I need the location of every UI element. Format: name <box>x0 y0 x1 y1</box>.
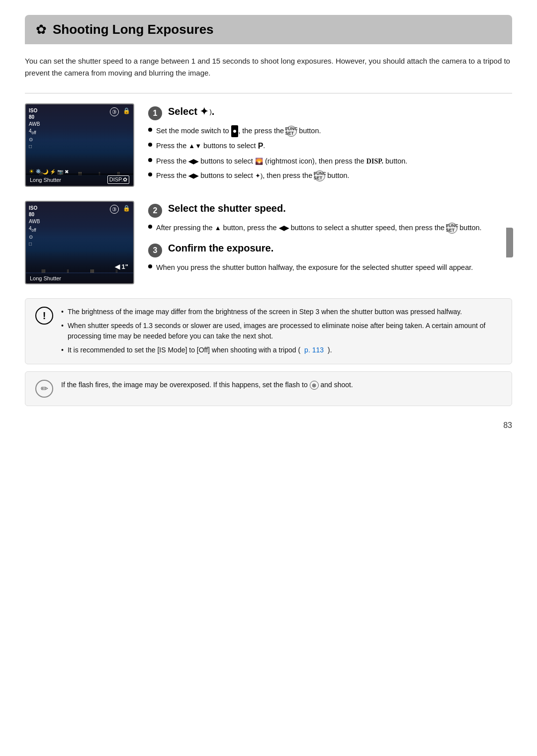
camera-mode-icon: ● <box>231 125 238 137</box>
page-title: Shooting Long Exposures <box>53 22 214 37</box>
p-label: P <box>258 140 264 153</box>
bullet-1-2: Press the ▲▼ buttons to select P. <box>148 140 512 153</box>
page-link[interactable]: p. 113 <box>304 345 324 356</box>
bullet-1-1: Set the mode switch to ●, the press the … <box>148 125 512 137</box>
note-bullet-1: The brightness of the image may differ f… <box>61 307 502 318</box>
cam-bottom-bar-1: Long Shutter DISP.✿ <box>26 173 133 186</box>
cam-label-2: Long Shutter <box>30 275 61 281</box>
bullet-1-4: Press the ◀▶ buttons to select ✦), then … <box>148 170 512 181</box>
step-2-tab <box>506 228 513 257</box>
bullet-dot <box>148 158 152 162</box>
bullet-text-1-3: Press the ◀▶ buttons to select 🌄 (rightm… <box>156 156 407 167</box>
step-3-header: 3 Confirm the exposure. <box>148 243 512 259</box>
star-shutter-icon: ✦) <box>255 171 263 181</box>
lr-arrow: ◀▶ <box>279 223 289 233</box>
bullet-dot <box>148 172 152 176</box>
bullet-text-1-1: Set the mode switch to ●, the press the … <box>156 125 321 137</box>
bullet-text-1-4: Press the ◀▶ buttons to select ✦), then … <box>156 170 350 181</box>
step-2-title: Select the shutter speed. <box>168 203 286 214</box>
bullet-dot <box>148 264 152 268</box>
pencil-note-box: ✏ If the flash fires, the image may be o… <box>25 371 512 406</box>
exclamation-icon: ! <box>35 307 53 325</box>
bullet-3-1: When you press the shutter button halfwa… <box>148 262 512 273</box>
divider-line <box>25 93 512 93</box>
step-1-title: Select ✦). <box>168 105 214 117</box>
note-bullet-3: It is recommended to set the [IS Mode] t… <box>61 345 502 356</box>
pencil-icon: ✏ <box>35 380 53 398</box>
bullet-text-1-2: Press the ▲▼ buttons to select P. <box>156 140 265 153</box>
bullet-dot <box>148 225 152 229</box>
disp-button: DISP. <box>366 156 383 167</box>
bullet-2-1: After pressing the ▲ button, press the ◀… <box>148 222 512 234</box>
bullet-text-3-1: When you press the shutter button halfwa… <box>156 262 473 273</box>
func-button-3: FUNCSET <box>447 223 457 234</box>
up-down-arrow: ▲▼ <box>188 141 201 151</box>
bullet-dot <box>148 143 152 147</box>
step-1-header: 1 Select ✦). <box>148 105 512 122</box>
step-3-number: 3 <box>148 244 162 257</box>
cam-disp-1: DISP.✿ <box>107 175 129 184</box>
up-arrow: ▲ <box>215 223 221 233</box>
scene-icon: 🌄 <box>255 157 263 167</box>
exclamation-note-box: ! The brightness of the image may differ… <box>25 298 512 364</box>
step-1-number: 1 <box>148 106 162 120</box>
cam-bottom-bar-2: Long Shutter <box>26 273 133 283</box>
cam-label-1: Long Shutter <box>30 177 61 183</box>
step-1-bullets: Set the mode switch to ●, the press the … <box>148 125 512 181</box>
flash-off-icon: ⊗ <box>310 381 319 390</box>
camera-screen-1: ISO80 AWB 4off ⊙ □ ③ 🔒 |||| || |||| || |… <box>25 103 134 187</box>
pencil-note-text: If the flash fires, the image may be ove… <box>61 380 502 391</box>
step-2-row: ISO80 AWB 4off ⊙ □ ③ 🔒 |||| || |||| <box>25 201 512 284</box>
cam-shutter-value: ◀ 1" <box>115 263 128 270</box>
func-button: FUNCSET <box>286 126 297 137</box>
exclamation-note-content: The brightness of the image may differ f… <box>61 307 502 356</box>
step-2-number: 2 <box>148 204 162 218</box>
step-1-row: ISO80 AWB 4off ⊙ □ ③ 🔒 |||| || |||| || |… <box>25 103 512 187</box>
left-right-arrow-2: ◀▶ <box>188 171 198 181</box>
pencil-note-content: If the flash fires, the image may be ove… <box>61 380 502 391</box>
step-2-header: 2 Select the shutter speed. <box>148 203 512 219</box>
func-button-2: FUNCSET <box>314 170 325 181</box>
camera-screen-2: ISO80 AWB 4off ⊙ □ ③ 🔒 |||| || |||| <box>25 201 134 284</box>
left-right-arrow-1: ◀▶ <box>188 157 198 167</box>
step-3-title: Confirm the exposure. <box>168 243 273 254</box>
bullet-1-3: Press the ◀▶ buttons to select 🌄 (rightm… <box>148 156 512 167</box>
intro-paragraph: You can set the shutter speed to a range… <box>25 55 512 79</box>
title-bar: ✿ Shooting Long Exposures <box>25 15 512 44</box>
title-icon: ✿ <box>36 22 47 37</box>
note-bullet-2: When shutter speeds of 1.3 seconds or sl… <box>61 321 502 342</box>
page-number: 83 <box>25 421 512 430</box>
bullet-dot <box>148 128 152 132</box>
step-2-bullets: After pressing the ▲ button, press the ◀… <box>148 222 512 234</box>
bullet-text-2-1: After pressing the ▲ button, press the ◀… <box>156 222 482 234</box>
step-3-bullets: When you press the shutter button halfwa… <box>148 262 512 273</box>
